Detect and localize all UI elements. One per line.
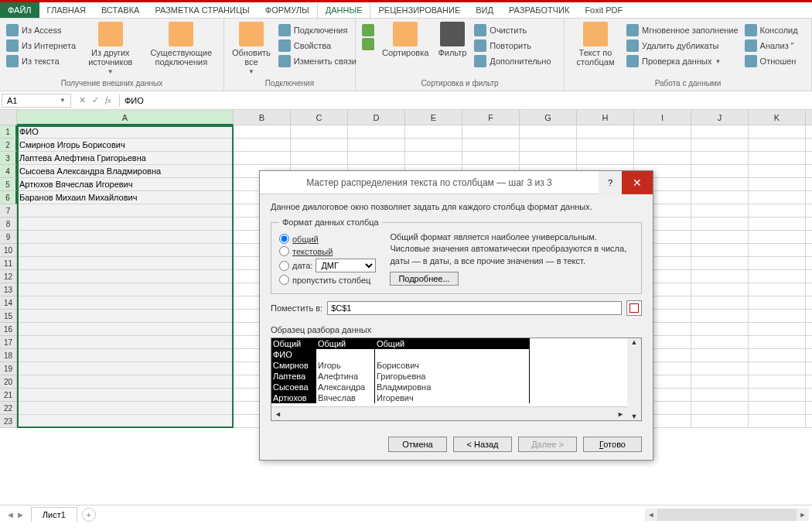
select-all-corner[interactable] bbox=[0, 110, 17, 125]
sheet-nav-last-icon[interactable]: ► bbox=[16, 510, 25, 519]
radio-date[interactable]: дата: ДМГ bbox=[279, 259, 376, 272]
row-header-7[interactable]: 7 bbox=[0, 204, 17, 218]
hscroll-left-icon[interactable]: ◄ bbox=[645, 509, 657, 521]
cell-L9[interactable] bbox=[806, 231, 812, 244]
cell-A2[interactable]: Смирнов Игорь Борисович bbox=[17, 139, 234, 152]
preview-vscroll-up-icon[interactable]: ▲ bbox=[631, 338, 638, 346]
cell-J13[interactable] bbox=[691, 283, 749, 296]
tab-view[interactable]: ВИД bbox=[468, 2, 501, 18]
cell-K10[interactable] bbox=[749, 244, 806, 257]
cell-J18[interactable] bbox=[691, 349, 749, 362]
cell-L14[interactable] bbox=[806, 296, 812, 310]
sheet-tab[interactable]: Лист1 bbox=[31, 507, 77, 522]
refresh-all-button[interactable]: Обновить все▼ bbox=[229, 20, 274, 77]
row-header-17[interactable]: 17 bbox=[0, 336, 17, 349]
filter-button[interactable]: Фильтр bbox=[435, 20, 469, 59]
cell-L15[interactable] bbox=[806, 310, 812, 323]
hscroll-track[interactable] bbox=[657, 509, 797, 521]
cell-J12[interactable] bbox=[691, 270, 749, 283]
cancel-formula-icon[interactable]: ✕ bbox=[79, 95, 86, 105]
cell-L10[interactable] bbox=[806, 244, 812, 257]
cell-K6[interactable] bbox=[749, 191, 806, 204]
cell-L11[interactable] bbox=[806, 257, 812, 270]
row-header-20[interactable]: 20 bbox=[0, 375, 17, 389]
cell-K15[interactable] bbox=[749, 310, 806, 323]
cell-K3[interactable] bbox=[749, 152, 806, 165]
sheet-nav-first-icon[interactable]: ◄ bbox=[6, 510, 15, 519]
row-header-18[interactable]: 18 bbox=[0, 349, 17, 362]
cell-A19[interactable] bbox=[17, 362, 234, 375]
cell-K2[interactable] bbox=[749, 139, 806, 152]
row-header-19[interactable]: 19 bbox=[0, 362, 17, 375]
cell-L2[interactable] bbox=[806, 139, 812, 152]
row-header-4[interactable]: 4 bbox=[0, 165, 17, 178]
row-header-16[interactable]: 16 bbox=[0, 323, 17, 336]
tab-formulas[interactable]: ФОРМУЛЫ bbox=[258, 2, 317, 18]
cell-A13[interactable] bbox=[17, 283, 234, 296]
from-web-button[interactable]: Из Интернета bbox=[5, 39, 77, 53]
row-header-23[interactable]: 23 bbox=[0, 415, 17, 428]
tab-pagelayout[interactable]: РАЗМЕТКА СТРАНИЦЫ bbox=[147, 2, 257, 18]
cell-K9[interactable] bbox=[749, 231, 806, 244]
tab-insert[interactable]: ВСТАВКА bbox=[94, 2, 147, 18]
radio-general[interactable]: общий bbox=[279, 234, 376, 244]
cell-I1[interactable] bbox=[634, 125, 691, 139]
row-header-5[interactable]: 5 bbox=[0, 178, 17, 191]
whatif-button[interactable]: Анализ " bbox=[743, 39, 800, 53]
cell-A10[interactable] bbox=[17, 244, 234, 257]
cell-J7[interactable] bbox=[691, 204, 749, 218]
row-header-2[interactable]: 2 bbox=[0, 139, 17, 152]
cell-K4[interactable] bbox=[749, 165, 806, 178]
row-header-8[interactable]: 8 bbox=[0, 218, 17, 231]
cell-J22[interactable] bbox=[691, 402, 749, 415]
properties-button[interactable]: Свойства bbox=[277, 39, 358, 53]
cell-K12[interactable] bbox=[749, 270, 806, 283]
col-header-G[interactable]: G bbox=[520, 110, 577, 125]
col-header-K[interactable]: K bbox=[749, 110, 806, 125]
cell-B3[interactable] bbox=[234, 152, 291, 165]
tab-review[interactable]: РЕЦЕНЗИРОВАНИЕ bbox=[370, 2, 468, 18]
cell-J17[interactable] bbox=[691, 336, 749, 349]
advanced-filter-button[interactable]: Дополнительно bbox=[473, 54, 552, 68]
cell-L13[interactable] bbox=[806, 283, 812, 296]
relations-button[interactable]: Отношен bbox=[743, 54, 800, 68]
preview-hscroll-right-icon[interactable]: ► bbox=[614, 410, 627, 418]
cell-A7[interactable] bbox=[17, 204, 234, 218]
from-other-button[interactable]: Из других источников▼ bbox=[80, 20, 141, 77]
add-sheet-button[interactable]: + bbox=[82, 508, 96, 522]
cell-J23[interactable] bbox=[691, 415, 749, 428]
cell-A6[interactable]: Баранов Михаил Михайлович bbox=[17, 191, 234, 204]
cell-J21[interactable] bbox=[691, 389, 749, 402]
cell-L18[interactable] bbox=[806, 349, 812, 362]
cell-K16[interactable] bbox=[749, 323, 806, 336]
cell-J15[interactable] bbox=[691, 310, 749, 323]
cell-L6[interactable] bbox=[806, 191, 812, 204]
date-format-combo[interactable]: ДМГ bbox=[316, 259, 376, 272]
row-header-3[interactable]: 3 bbox=[0, 152, 17, 165]
edit-links-button[interactable]: Изменить связи bbox=[277, 54, 358, 68]
cell-H1[interactable] bbox=[577, 125, 634, 139]
cell-J1[interactable] bbox=[691, 125, 749, 139]
cell-A1[interactable]: ФИО bbox=[17, 125, 234, 139]
cell-L4[interactable] bbox=[806, 165, 812, 178]
row-header-6[interactable]: 6 bbox=[0, 191, 17, 204]
cell-L16[interactable] bbox=[806, 323, 812, 336]
cell-F3[interactable] bbox=[462, 152, 520, 165]
cell-A22[interactable] bbox=[17, 402, 234, 415]
row-header-9[interactable]: 9 bbox=[0, 231, 17, 244]
cell-L22[interactable] bbox=[806, 402, 812, 415]
cell-A16[interactable] bbox=[17, 323, 234, 336]
cell-K7[interactable] bbox=[749, 204, 806, 218]
cell-A5[interactable]: Артюхов Вячеслав Игоревич bbox=[17, 178, 234, 191]
cell-B1[interactable] bbox=[234, 125, 291, 139]
col-header-L[interactable]: L bbox=[806, 110, 812, 125]
row-header-1[interactable]: 1 bbox=[0, 125, 17, 139]
sort-button[interactable]: Сортировка bbox=[379, 20, 432, 59]
cancel-button[interactable]: Отмена bbox=[388, 437, 447, 452]
cell-D1[interactable] bbox=[348, 125, 405, 139]
cell-I3[interactable] bbox=[634, 152, 691, 165]
consolidate-button[interactable]: Консолид bbox=[743, 23, 800, 37]
cell-A20[interactable] bbox=[17, 375, 234, 389]
cell-C3[interactable] bbox=[291, 152, 348, 165]
cell-A17[interactable] bbox=[17, 336, 234, 349]
